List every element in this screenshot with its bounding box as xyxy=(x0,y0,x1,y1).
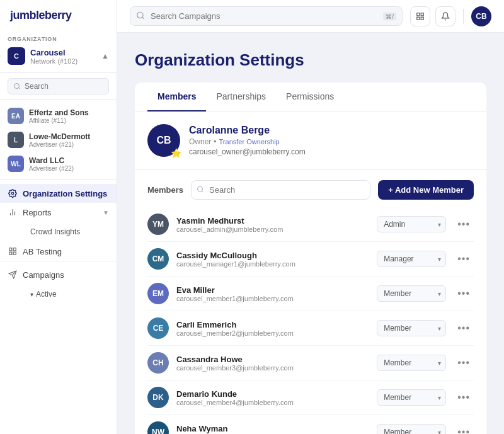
svg-point-8 xyxy=(137,12,143,18)
members-search-input[interactable] xyxy=(191,180,370,200)
svg-rect-5 xyxy=(13,248,16,251)
member-info: Cassidy McCullough carousel_manager1@jum… xyxy=(176,251,369,268)
member-name: Eva Miller xyxy=(176,285,369,295)
members-search-icon xyxy=(197,185,204,195)
org-list-item-l[interactable]: L Lowe-McDermott Advertiser (#21) xyxy=(0,128,117,152)
role-select-wrap: Admin Manager Member xyxy=(377,216,446,232)
org-ea-info: Effertz and Sons Affiliate (#11) xyxy=(29,108,89,124)
member-info: Demario Kunde carousel_member4@jumbleber… xyxy=(176,389,369,406)
grid-button[interactable] xyxy=(410,6,430,26)
tab-partnerships[interactable]: Partnerships xyxy=(206,83,276,111)
member-name: Cassandra Howe xyxy=(176,355,369,364)
member-more-button[interactable]: ••• xyxy=(454,216,474,232)
topbar-search-input[interactable] xyxy=(130,6,403,26)
tab-permissions[interactable]: Permissions xyxy=(276,83,344,111)
role-select[interactable]: Admin Manager Member xyxy=(377,389,446,406)
member-more-button[interactable]: ••• xyxy=(454,251,474,267)
role-select-wrap: Admin Manager Member xyxy=(377,355,446,371)
sidebar-item-active[interactable]: ▾Active xyxy=(23,287,117,302)
svg-rect-12 xyxy=(417,17,420,20)
sidebar-search-input[interactable] xyxy=(8,78,109,94)
member-email: carousel_member2@jumbleberry.com xyxy=(176,329,369,337)
member-email: carousel_member3@jumbleberry.com xyxy=(176,364,369,372)
role-select[interactable]: Admin Manager Member xyxy=(377,216,446,232)
sidebar-item-org-settings[interactable]: Organization Settings xyxy=(0,184,117,203)
member-email: carousel_member1@jumbleberry.com xyxy=(176,295,369,302)
org-l-avatar: L xyxy=(8,132,24,148)
sidebar-item-ab-testing-label: AB Testing xyxy=(23,247,62,256)
sidebar-item-ab-testing[interactable]: AB Testing xyxy=(0,242,117,261)
member-name: Demario Kunde xyxy=(176,389,369,399)
member-info: Eva Miller carousel_member1@jumbleberry.… xyxy=(176,285,369,302)
member-info: Yasmin Medhurst carousel_admin@jumbleber… xyxy=(176,216,369,233)
member-avatar: CE xyxy=(147,317,169,339)
members-label: Members xyxy=(147,185,183,195)
search-icon xyxy=(136,11,145,21)
org-wl-name: Ward LLC xyxy=(29,156,74,165)
members-header: Members + Add New Member xyxy=(135,170,486,207)
tab-members[interactable]: Members xyxy=(147,83,206,111)
chart-icon xyxy=(8,207,18,217)
sidebar-item-reports[interactable]: Reports ▼ xyxy=(0,203,117,222)
org-sub: Network (#102) xyxy=(30,57,96,65)
svg-point-14 xyxy=(198,186,203,191)
role-select[interactable]: Admin Manager Member xyxy=(377,355,446,371)
member-avatar: NW xyxy=(147,421,169,434)
org-ea-sub: Affiliate (#11) xyxy=(29,117,89,124)
table-row: YM Yasmin Medhurst carousel_admin@jumble… xyxy=(147,207,474,242)
current-org[interactable]: C Carousel Network (#102) ▲ xyxy=(8,45,109,67)
search-kbd: ⌘/ xyxy=(383,12,396,20)
org-wl-info: Ward LLC Advertiser (#22) xyxy=(29,156,74,172)
org-wl-avatar: WL xyxy=(8,156,24,172)
org-section: ORGANIZATION C Carousel Network (#102) ▲ xyxy=(0,31,117,73)
members-search-wrap xyxy=(191,180,370,200)
member-avatar: DK xyxy=(147,387,169,408)
member-info: Neha Wyman carousel_member5@jumbleberry.… xyxy=(176,424,369,435)
svg-rect-7 xyxy=(9,252,12,254)
table-row: CH Cassandra Howe carousel_member3@jumbl… xyxy=(147,346,474,380)
org-ea-name: Effertz and Sons xyxy=(29,108,89,117)
member-name: Yasmin Medhurst xyxy=(176,216,369,226)
gear-icon xyxy=(8,188,18,198)
member-email: carousel_manager1@jumbleberry.com xyxy=(176,260,369,268)
member-more-button[interactable]: ••• xyxy=(454,389,474,406)
role-select[interactable]: Admin Manager Member xyxy=(377,285,446,302)
role-select[interactable]: Admin Manager Member xyxy=(377,424,446,434)
megaphone-icon xyxy=(8,270,18,280)
member-more-button[interactable]: ••• xyxy=(454,285,474,302)
svg-rect-4 xyxy=(9,248,12,251)
table-row: CM Cassidy McCullough carousel_manager1@… xyxy=(147,242,474,277)
sidebar-item-reports-label: Reports xyxy=(23,208,52,217)
add-new-member-button[interactable]: + Add New Member xyxy=(378,180,474,200)
owner-name: Carolanne Berge xyxy=(189,125,306,136)
nav-section: Organization Settings Reports ▼ Crowd In… xyxy=(0,180,117,312)
logo-text: jumbleberry xyxy=(10,9,72,21)
svg-rect-6 xyxy=(13,252,16,254)
owner-role-label: Owner xyxy=(189,137,211,146)
search-wrap: ⌘/ xyxy=(130,6,403,26)
transfer-ownership-link[interactable]: Transfer Ownership xyxy=(219,138,280,146)
member-more-button[interactable]: ••• xyxy=(454,320,474,336)
member-more-button[interactable]: ••• xyxy=(454,424,474,434)
sidebar-item-campaigns[interactable]: Campaigns xyxy=(0,265,117,284)
org-list: EA Effertz and Sons Affiliate (#11) L Lo… xyxy=(0,100,117,180)
svg-rect-13 xyxy=(421,17,423,20)
org-l-info: Lowe-McDermott Advertiser (#21) xyxy=(29,132,90,148)
ab-icon xyxy=(8,246,18,256)
org-info: Carousel Network (#102) xyxy=(30,48,96,65)
page-title: Organization Settings xyxy=(135,50,486,70)
bell-button[interactable] xyxy=(435,6,455,26)
sidebar-item-crowd-insights[interactable]: Crowd Insights xyxy=(23,224,117,239)
member-more-button[interactable]: ••• xyxy=(454,355,474,371)
chevron-down-icon: ▼ xyxy=(103,209,109,216)
org-list-item-ea[interactable]: EA Effertz and Sons Affiliate (#11) xyxy=(0,104,117,128)
role-select[interactable]: Admin Manager Member xyxy=(377,320,446,336)
role-select[interactable]: Admin Manager Member xyxy=(377,251,446,267)
table-row: EM Eva Miller carousel_member1@jumbleber… xyxy=(147,277,474,311)
campaigns-group: Campaigns ▾Active xyxy=(0,261,117,308)
org-list-item-wl[interactable]: WL Ward LLC Advertiser (#22) xyxy=(0,152,117,176)
owner-section: CB ⭐ Carolanne Berge Owner • Transfer Ow… xyxy=(135,111,486,170)
sidebar-item-campaigns-label: Campaigns xyxy=(23,270,64,280)
member-info: Cassandra Howe carousel_member3@jumblebe… xyxy=(176,355,369,372)
user-avatar[interactable]: CB xyxy=(471,6,491,26)
